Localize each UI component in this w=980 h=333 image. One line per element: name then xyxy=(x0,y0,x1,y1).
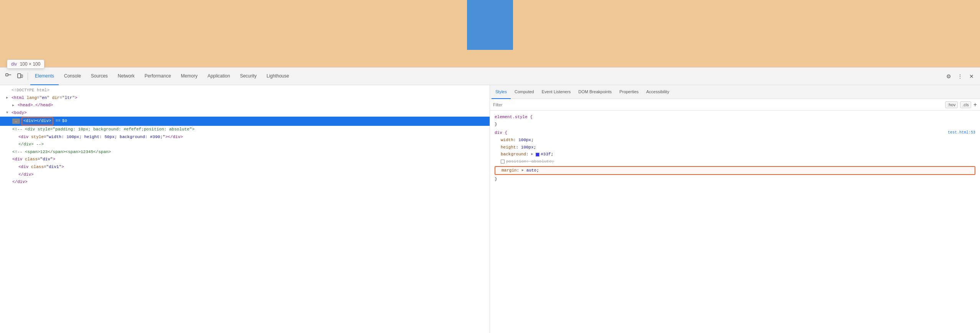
tab-elements[interactable]: Elements xyxy=(30,68,59,85)
tree-line[interactable]: <!-- <div style="padding: 10px; backgrou… xyxy=(0,126,490,134)
css-rule-div: div { test.html:53 width : 100px ; heigh… xyxy=(490,129,980,183)
tree-line[interactable]: </div> --> xyxy=(0,141,490,148)
tab-computed[interactable]: Computed xyxy=(511,85,538,99)
close-devtools-button[interactable]: ✕ xyxy=(966,71,977,82)
tab-dom-breakpoints[interactable]: DOM Breakpoints xyxy=(575,85,616,99)
css-property-line: width : 100px ; xyxy=(495,137,975,144)
toolbar-right-icons: ⚙ ⋮ ✕ xyxy=(943,71,977,82)
tab-properties[interactable]: Properties xyxy=(615,85,642,99)
filter-cls-button[interactable]: .cls xyxy=(960,101,971,108)
css-close-brace: } xyxy=(495,177,497,181)
tab-lighthouse[interactable]: Lighthouse xyxy=(262,68,294,85)
inspect-element-button[interactable] xyxy=(3,71,14,82)
devtools-main: <!DOCTYPE html> ▶ <html lang="en" dir="l… xyxy=(0,85,980,333)
tab-memory[interactable]: Memory xyxy=(176,68,202,85)
svg-rect-3 xyxy=(21,75,23,77)
tab-accessibility[interactable]: Accessibility xyxy=(643,85,673,99)
tree-line[interactable]: <!DOCTYPE html> xyxy=(0,87,490,94)
tree-line[interactable]: ▶ <head>…</head> xyxy=(0,102,490,109)
color-swatch[interactable] xyxy=(536,153,539,157)
toolbar-divider-1 xyxy=(28,73,28,80)
filter-bar: :hov .cls + xyxy=(490,99,980,110)
blue-box-element xyxy=(467,0,513,50)
css-close-brace: } xyxy=(495,122,497,127)
tree-line-selected[interactable]: … <div></div> == $0 xyxy=(0,117,490,126)
tab-security[interactable]: Security xyxy=(235,68,261,85)
ellipsis-button[interactable]: … xyxy=(12,119,20,124)
selected-element-box: <div></div> xyxy=(21,117,53,125)
filter-plus-button[interactable]: + xyxy=(973,102,977,108)
filter-input[interactable] xyxy=(493,102,943,107)
css-selector: div { xyxy=(495,130,507,135)
expand-arrow-icon: ▶ xyxy=(531,152,535,157)
tab-performance[interactable]: Performance xyxy=(140,68,176,85)
styles-panel: Styles Computed Event Listeners DOM Brea… xyxy=(490,85,980,333)
tab-network[interactable]: Network xyxy=(113,68,139,85)
tree-line[interactable]: ▼ <body> xyxy=(0,109,490,117)
tooltip-tag: div xyxy=(11,61,17,67)
css-selector: element.style { xyxy=(495,115,533,119)
tree-line[interactable]: <div class="div1" > xyxy=(0,163,490,171)
devtools-toolbar: Elements Console Sources Network Perform… xyxy=(0,68,980,85)
css-source-link[interactable]: test.html:53 xyxy=(948,129,975,136)
tab-styles[interactable]: Styles xyxy=(492,85,511,99)
html-tree[interactable]: <!DOCTYPE html> ▶ <html lang="en" dir="l… xyxy=(0,85,490,333)
css-rules: element.style { } div { test.html:53 xyxy=(490,110,980,333)
expand-arrow-icon: ▶ xyxy=(522,168,526,173)
filter-hov-button[interactable]: :hov xyxy=(945,101,958,108)
tab-event-listeners[interactable]: Event Listeners xyxy=(538,85,575,99)
css-property-line: background : ▶ #33f ; xyxy=(495,151,975,158)
settings-button[interactable]: ⚙ xyxy=(943,71,954,82)
tree-line[interactable]: </div> xyxy=(0,171,490,179)
tab-sources[interactable]: Sources xyxy=(86,68,112,85)
browser-preview xyxy=(0,0,980,67)
svg-rect-0 xyxy=(6,74,8,76)
element-tooltip: div 100 × 100 xyxy=(7,59,44,69)
tree-line[interactable]: <div style="width: 100px; height: 50px; … xyxy=(0,134,490,141)
device-toolbar-button[interactable] xyxy=(15,71,25,82)
tab-console[interactable]: Console xyxy=(59,68,86,85)
property-checkbox[interactable] xyxy=(501,160,505,163)
tooltip-dimensions: 100 × 100 xyxy=(20,61,41,67)
more-options-button[interactable]: ⋮ xyxy=(955,71,965,82)
css-property-line: height : 100px ; xyxy=(495,144,975,151)
tree-line[interactable]: <div class="div" > xyxy=(0,156,490,163)
css-property-line-highlighted: margin : ▶ auto ; xyxy=(495,166,975,175)
css-rule-element-style: element.style { } xyxy=(490,113,980,129)
tree-line[interactable]: <!-- <span>123</span><span>12345</span> xyxy=(0,148,490,156)
devtools-panel: Elements Console Sources Network Perform… xyxy=(0,67,980,333)
svg-rect-2 xyxy=(18,74,21,78)
styles-sub-tabs: Styles Computed Event Listeners DOM Brea… xyxy=(490,85,980,99)
tab-application[interactable]: Application xyxy=(203,68,235,85)
tree-line[interactable]: </div> xyxy=(0,178,490,186)
tree-line[interactable]: ▶ <html lang="en" dir="ltr" > xyxy=(0,94,490,102)
css-property-line: position : absolute ; xyxy=(495,158,975,165)
elements-panel: <!DOCTYPE html> ▶ <html lang="en" dir="l… xyxy=(0,85,490,333)
